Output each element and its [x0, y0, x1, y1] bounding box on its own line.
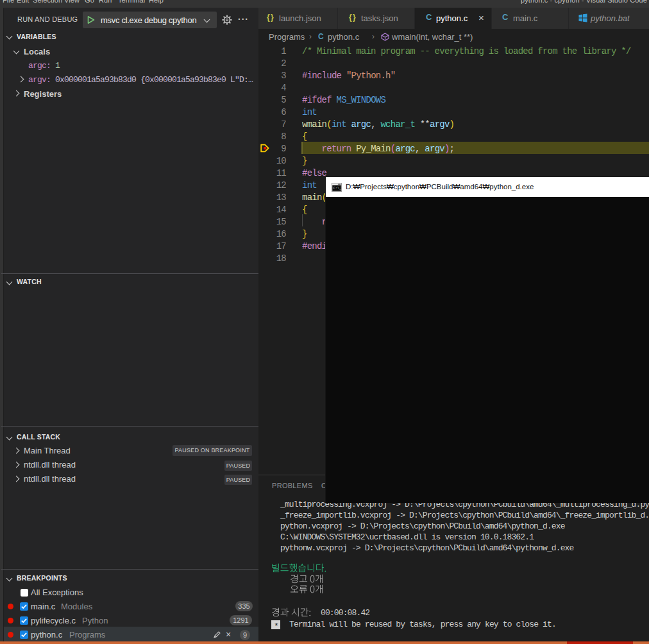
svg-text:C:\_: C:\_: [333, 186, 342, 191]
